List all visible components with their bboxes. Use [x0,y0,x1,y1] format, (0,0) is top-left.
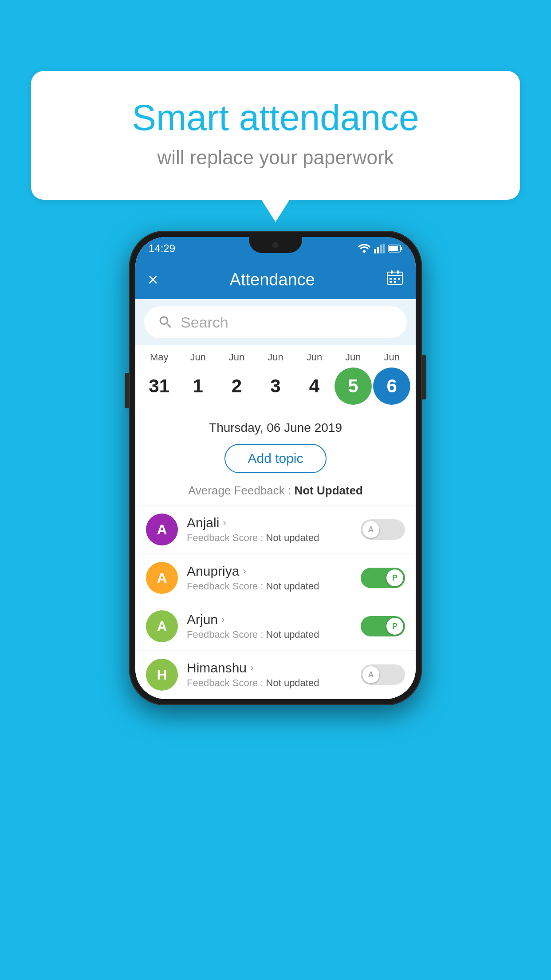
toggle-knob-anupriya: P [386,569,403,586]
month-0: May [141,350,178,365]
search-placeholder: Search [181,314,228,331]
student-name-himanshu: Himanshu › [187,660,352,676]
svg-rect-5 [401,247,402,250]
toggle-switch-arjun[interactable]: P [361,616,405,636]
notch [249,237,302,253]
calendar-icon [386,269,403,286]
student-name-anupriya: Anupriya › [187,564,352,579]
calendar-strip: May Jun Jun Jun Jun Jun Jun 31 1 2 3 4 5… [135,345,416,414]
feedback-line: Average Feedback : Not Updated [135,481,416,505]
student-info-himanshu[interactable]: Himanshu › Feedback Score : Not updated [187,660,352,689]
date-1[interactable]: 1 [179,368,216,405]
phone-screen: 14:29 [135,237,416,699]
search-icon [157,314,173,330]
battery-icon [388,245,402,253]
student-info-anjali[interactable]: Anjali › Feedback Score : Not updated [187,515,352,544]
month-4: Jun [295,350,333,365]
student-item-anjali: A Anjali › Feedback Score : Not updated … [135,506,416,554]
date-31[interactable]: 31 [141,368,178,405]
search-bar[interactable]: Search [144,306,407,338]
svg-rect-2 [380,245,382,253]
student-item-anupriya: A Anupriya › Feedback Score : Not update… [135,554,416,602]
svg-rect-12 [394,278,396,280]
date-row: 31 1 2 3 4 5 6 [135,365,416,405]
toggle-anjali[interactable]: A [361,519,405,540]
speech-bubble-container: Smart attendance will replace your paper… [31,71,520,200]
student-info-arjun[interactable]: Arjun › Feedback Score : Not updated [187,612,352,640]
student-score-anupriya: Feedback Score : Not updated [187,581,352,592]
svg-rect-9 [391,270,393,274]
student-name-arjun: Arjun › [187,612,352,627]
avatar-anjali: A [146,514,178,545]
toggle-switch-anjali[interactable]: A [361,519,405,540]
calendar-button[interactable] [386,269,403,290]
toggle-switch-anupriya[interactable]: P [361,568,405,588]
svg-rect-13 [398,278,400,280]
add-topic-section: Add topic [135,439,416,481]
date-4[interactable]: 4 [295,368,333,405]
student-score-himanshu: Feedback Score : Not updated [187,677,352,689]
add-topic-button[interactable]: Add topic [224,444,326,473]
month-5: Jun [335,350,372,365]
toggle-anupriya[interactable]: P [361,568,405,588]
speech-bubble: Smart attendance will replace your paper… [31,71,520,200]
camera [272,241,279,249]
close-button[interactable]: × [148,270,158,290]
signal-icon [374,244,385,253]
student-item-arjun: A Arjun › Feedback Score : Not updated P [135,602,416,651]
bubble-title: Smart attendance [67,98,484,138]
student-item-himanshu: H Himanshu › Feedback Score : Not update… [135,651,416,699]
toggle-knob-himanshu: A [362,666,379,683]
avatar-anupriya: A [146,562,178,594]
status-icons [358,244,402,253]
toggle-arjun[interactable]: P [361,616,405,636]
avatar-arjun: A [146,610,178,642]
svg-rect-10 [397,270,399,274]
student-info-anupriya[interactable]: Anupriya › Feedback Score : Not updated [187,564,352,592]
month-row: May Jun Jun Jun Jun Jun Jun [135,350,416,365]
month-6: Jun [373,350,410,365]
app-header: × Attendance [135,260,416,299]
date-3[interactable]: 3 [257,368,294,405]
svg-rect-14 [390,281,392,283]
month-3: Jun [257,350,294,365]
svg-rect-6 [389,246,398,251]
toggle-knob-arjun: P [386,618,403,635]
toggle-switch-himanshu[interactable]: A [361,664,405,685]
wifi-icon [358,244,370,253]
phone-outer: 14:29 [129,231,422,705]
month-1: Jun [179,350,216,365]
chevron-anjali: › [223,517,226,529]
toggle-himanshu[interactable]: A [361,664,405,685]
month-2: Jun [218,350,256,365]
chevron-arjun: › [221,614,224,625]
student-list: A Anjali › Feedback Score : Not updated … [135,506,416,699]
feedback-label: Average Feedback : [188,484,294,497]
svg-rect-0 [374,249,376,253]
search-bar-wrap: Search [135,299,416,345]
status-time: 14:29 [149,242,175,255]
header-title: Attendance [230,270,315,289]
svg-rect-11 [390,278,392,280]
avatar-himanshu: H [146,659,178,691]
date-2[interactable]: 2 [218,368,256,405]
svg-rect-1 [377,247,379,253]
bubble-subtitle: will replace your paperwork [67,146,484,169]
toggle-knob-anjali: A [362,521,379,538]
student-score-arjun: Feedback Score : Not updated [187,629,352,640]
date-6-selected[interactable]: 6 [373,368,410,405]
date-label: Thursday, 06 June 2019 [135,414,416,439]
student-name-anjali: Anjali › [187,515,352,530]
svg-rect-3 [383,244,385,253]
chevron-himanshu: › [250,662,253,674]
student-score-anjali: Feedback Score : Not updated [187,532,352,544]
date-5-today[interactable]: 5 [335,368,372,405]
feedback-value: Not Updated [294,484,363,497]
svg-rect-15 [394,281,396,283]
chevron-anupriya: › [243,565,246,577]
phone-wrapper: 14:29 [129,231,422,705]
